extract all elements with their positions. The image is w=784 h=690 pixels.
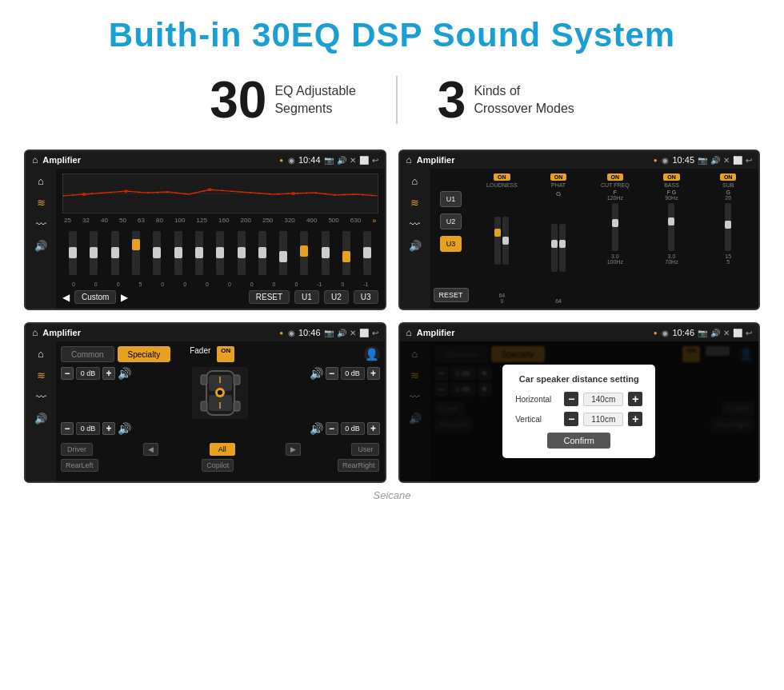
eq-main-area: 2532405063 80100125160200 25032040050063… — [56, 169, 385, 309]
fader-12[interactable] — [300, 231, 308, 275]
all-label[interactable]: All — [210, 443, 235, 456]
fader-9[interactable] — [238, 231, 246, 275]
u1-cross-btn[interactable]: U1 — [440, 191, 462, 207]
driver-label[interactable]: Driver — [61, 443, 93, 456]
bass-toggle[interactable]: ON — [663, 173, 680, 181]
fader-13[interactable] — [322, 231, 330, 275]
db-top-right: 🔊 − 0 dB + — [251, 367, 379, 380]
speaker-screen: ⌂ Amplifier ● ◉ 10:46 📷🔊✕⬜↩ ⌂ ≋ 〰 🔊 — [24, 322, 386, 483]
db-tr-plus[interactable]: + — [367, 367, 380, 380]
db-tl-plus[interactable]: + — [102, 367, 115, 380]
sidebar-wave-icon[interactable]: 〰 — [36, 218, 46, 230]
u3-button[interactable]: U3 — [354, 290, 378, 304]
home-icon[interactable]: ⌂ — [32, 154, 38, 166]
fader-15[interactable] — [363, 231, 371, 275]
db-bottom-right: 🔊 − 0 dB + — [251, 422, 379, 435]
fader-5[interactable] — [153, 231, 161, 275]
svg-point-4 — [208, 188, 212, 191]
svg-rect-13 — [201, 375, 207, 385]
u2-button[interactable]: U2 — [324, 290, 349, 304]
distance-status-bar: ⌂ Amplifier ● ◉ 10:46 📷🔊✕⬜↩ — [400, 324, 759, 341]
vertical-plus[interactable]: + — [628, 412, 642, 426]
horizontal-plus[interactable]: + — [628, 392, 642, 406]
fader-1[interactable] — [69, 231, 77, 275]
crossover-sidebar-vol[interactable]: 🔊 — [409, 240, 422, 252]
vertical-minus[interactable]: − — [564, 412, 578, 426]
confirm-button[interactable]: Confirm — [547, 433, 610, 449]
db-tl-minus[interactable]: − — [61, 367, 74, 380]
u2-cross-btn[interactable]: U2 — [440, 213, 462, 229]
vertical-value: 110cm — [583, 413, 623, 426]
u3-cross-btn[interactable]: U3 — [440, 236, 462, 252]
fader-6[interactable] — [174, 231, 182, 275]
db-bl-plus[interactable]: + — [102, 422, 115, 435]
crossover-home-icon[interactable]: ⌂ — [406, 154, 412, 166]
sidebar-home-icon[interactable]: ⌂ — [38, 175, 44, 187]
left-arrow-btn[interactable]: ◀ — [143, 443, 158, 456]
fader-8[interactable] — [216, 231, 224, 275]
reset-button[interactable]: RESET — [249, 290, 290, 304]
rearleft-label[interactable]: RearLeft — [61, 459, 98, 472]
stat-crossover: 3 Kinds of Crossover Modes — [398, 70, 614, 130]
sub-toggle[interactable]: ON — [720, 173, 737, 181]
user-label[interactable]: User — [351, 443, 379, 456]
car-diagram — [192, 367, 248, 419]
eq-controls: ◀ Custom ▶ RESET U1 U2 U3 — [62, 290, 378, 304]
common-tab[interactable]: Common — [61, 346, 114, 362]
fader-11[interactable] — [279, 231, 287, 275]
crossover-sidebar-wave[interactable]: 〰 — [410, 218, 420, 230]
spk-sidebar-eq[interactable]: ≋ — [37, 369, 46, 381]
db-bl-minus[interactable]: − — [61, 422, 74, 435]
stat-eq-number: 30 — [210, 70, 266, 130]
specialty-tab[interactable]: Specialty — [118, 346, 171, 362]
fader-on-badge[interactable]: ON — [217, 346, 234, 362]
loudness-col: ON LOUDNESS 64 0 — [475, 173, 530, 304]
loudness-toggle[interactable]: ON — [494, 173, 510, 181]
copilot-label[interactable]: Copilot — [202, 459, 234, 472]
db-br-minus[interactable]: − — [326, 422, 338, 435]
eq-dot-icon: ● — [279, 157, 283, 164]
fader-14[interactable] — [342, 231, 350, 275]
u1-button[interactable]: U1 — [294, 290, 319, 304]
watermark: Seicane — [24, 489, 760, 501]
eq-band-labels: 2532405063 80100125160200 25032040050063… — [62, 217, 378, 225]
db-tr-minus[interactable]: − — [326, 367, 338, 380]
rearright-label[interactable]: RearRight — [338, 459, 380, 472]
fader-3[interactable] — [111, 231, 119, 275]
spk-sidebar-wave[interactable]: 〰 — [36, 391, 46, 403]
cutfreq-toggle[interactable]: ON — [607, 173, 624, 181]
svg-point-2 — [82, 193, 86, 196]
sidebar-eq-icon[interactable]: ≋ — [37, 197, 46, 209]
phat-toggle[interactable]: ON — [550, 173, 567, 181]
reset-cross-btn[interactable]: RESET — [434, 288, 469, 302]
crossover-sidebar-eq[interactable]: ≋ — [410, 197, 419, 209]
sidebar-vol-icon[interactable]: 🔊 — [34, 240, 47, 252]
eq-screen: ⌂ Amplifier ● ◉ 10:44 📷🔊✕⬜↩ ⌂ ≋ 〰 🔊 — [24, 150, 386, 310]
distance-home-icon[interactable]: ⌂ — [406, 327, 412, 338]
distance-app-name: Amplifier — [417, 328, 649, 337]
dialog-title: Car speaker distance setting — [515, 374, 642, 384]
svg-point-10 — [218, 390, 222, 395]
phat-faders — [551, 199, 566, 297]
speaker-sidebar: ⌂ ≋ 〰 🔊 — [26, 341, 56, 481]
right-arrow-btn[interactable]: ▶ — [286, 443, 301, 456]
speaker-content: ⌂ ≋ 〰 🔊 Common Specialty Fader ON 👤 — [26, 341, 385, 481]
crossover-sidebar-home[interactable]: ⌂ — [412, 175, 418, 187]
db-br-plus[interactable]: + — [367, 422, 380, 435]
crossover-status-icons: ◉ 10:45 📷🔊✕⬜↩ — [662, 155, 752, 165]
vertical-row: Vertical − 110cm + — [515, 412, 642, 426]
speaker-dot-icon: ● — [279, 329, 283, 337]
speaker-main-area: Common Specialty Fader ON 👤 − 0 dB + — [56, 341, 385, 481]
fader-7[interactable] — [195, 231, 203, 275]
fader-4[interactable] — [132, 231, 140, 275]
speaker-home-icon[interactable]: ⌂ — [32, 327, 38, 338]
horizontal-minus[interactable]: − — [564, 392, 578, 406]
fader-10[interactable] — [258, 231, 266, 275]
play-next-icon[interactable]: ▶ — [121, 292, 128, 303]
fader-2[interactable] — [90, 231, 98, 275]
spk-sidebar-vol[interactable]: 🔊 — [34, 413, 47, 425]
db-bottom-left: − 0 dB + 🔊 — [61, 422, 189, 435]
play-prev-icon[interactable]: ◀ — [62, 292, 70, 303]
vertical-label: Vertical — [515, 415, 559, 424]
spk-sidebar-home[interactable]: ⌂ — [38, 348, 44, 360]
